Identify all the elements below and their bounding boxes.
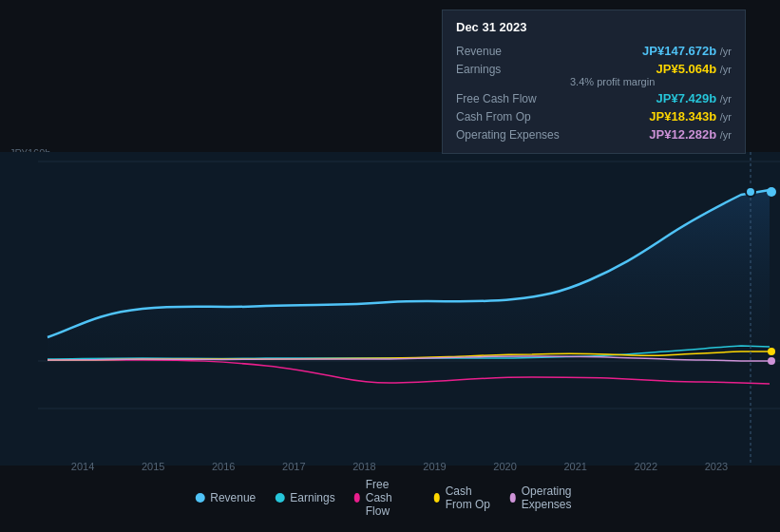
legend-dot-revenue bbox=[195, 493, 204, 503]
legend-dot-opex bbox=[510, 493, 516, 503]
tooltip-title: Dec 31 2023 bbox=[456, 20, 732, 34]
x-label-2019: 2019 bbox=[423, 461, 446, 472]
chart-svg bbox=[0, 152, 780, 466]
legend-label-revenue: Revenue bbox=[210, 491, 256, 504]
tooltip-label-opex: Operating Expenses bbox=[456, 128, 570, 142]
chart-container: Dec 31 2023 Revenue JP¥147.672b /yr Earn… bbox=[0, 0, 780, 532]
tooltip-value-fcf: JP¥7.429b /yr bbox=[656, 91, 732, 105]
legend-dot-fcf bbox=[354, 493, 360, 503]
tooltip-value-earnings: JP¥5.064b /yr bbox=[656, 62, 732, 76]
x-label-2015: 2015 bbox=[142, 461, 164, 472]
legend-item-revenue[interactable]: Revenue bbox=[195, 491, 256, 504]
tooltip-sub-earnings: 3.4% profit margin bbox=[456, 76, 732, 87]
legend-label-earnings: Earnings bbox=[290, 491, 334, 504]
legend-item-earnings[interactable]: Earnings bbox=[275, 491, 334, 504]
tooltip-row-revenue: Revenue JP¥147.672b /yr bbox=[456, 42, 732, 60]
x-label-2018: 2018 bbox=[352, 461, 375, 472]
x-label-2017: 2017 bbox=[282, 461, 305, 472]
x-label-2023: 2023 bbox=[705, 461, 728, 472]
svg-point-7 bbox=[768, 348, 775, 355]
legend-label-cashfromop: Cash From Op bbox=[446, 484, 491, 511]
tooltip-label-cashfromop: Cash From Op bbox=[456, 110, 570, 124]
tooltip-label-earnings: Earnings bbox=[456, 63, 570, 76]
legend-item-fcf[interactable]: Free Cash Flow bbox=[354, 478, 415, 518]
tooltip-row-fcf: Free Cash Flow JP¥7.429b /yr bbox=[456, 89, 732, 107]
tooltip-row-opex: Operating Expenses JP¥12.282b /yr bbox=[456, 125, 732, 143]
tooltip-label-revenue: Revenue bbox=[456, 45, 570, 58]
svg-point-6 bbox=[767, 187, 776, 197]
x-label-2021: 2021 bbox=[563, 461, 586, 472]
x-label-2022: 2022 bbox=[635, 461, 657, 472]
svg-point-8 bbox=[768, 357, 775, 365]
legend-label-opex: Operating Expenses bbox=[522, 484, 585, 511]
legend-label-fcf: Free Cash Flow bbox=[366, 478, 415, 518]
svg-point-5 bbox=[746, 187, 755, 197]
tooltip-label-fcf: Free Cash Flow bbox=[456, 92, 570, 105]
tooltip-value-opex: JP¥12.282b /yr bbox=[649, 127, 732, 142]
x-label-2020: 2020 bbox=[493, 461, 516, 472]
x-label-2014: 2014 bbox=[71, 461, 94, 472]
legend-dot-cashfromop bbox=[434, 493, 440, 503]
legend-dot-earnings bbox=[275, 493, 284, 503]
tooltip-value-cashfromop: JP¥18.343b /yr bbox=[649, 109, 732, 124]
tooltip: Dec 31 2023 Revenue JP¥147.672b /yr Earn… bbox=[442, 10, 746, 154]
x-label-2016: 2016 bbox=[212, 461, 235, 472]
tooltip-row-cashfromop: Cash From Op JP¥18.343b /yr bbox=[456, 107, 732, 125]
x-labels: 2014 2015 2016 2017 2018 2019 2020 2021 … bbox=[0, 461, 780, 472]
legend-item-cashfromop[interactable]: Cash From Op bbox=[434, 484, 491, 511]
legend: Revenue Earnings Free Cash Flow Cash Fro… bbox=[195, 478, 585, 518]
legend-item-opex[interactable]: Operating Expenses bbox=[510, 484, 585, 511]
tooltip-value-revenue: JP¥147.672b /yr bbox=[642, 44, 732, 58]
